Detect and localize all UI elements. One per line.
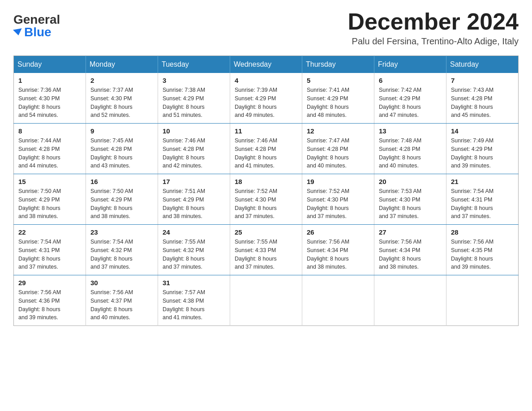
- day-info: Sunrise: 7:46 AM Sunset: 4:28 PM Dayligh…: [163, 137, 225, 170]
- day-info: Sunrise: 7:55 AM Sunset: 4:33 PM Dayligh…: [235, 238, 297, 271]
- calendar-day-cell: 22 Sunrise: 7:54 AM Sunset: 4:31 PM Dayl…: [14, 225, 86, 275]
- calendar-week-row: 15 Sunrise: 7:50 AM Sunset: 4:29 PM Dayl…: [14, 174, 519, 225]
- day-info: Sunrise: 7:56 AM Sunset: 4:34 PM Dayligh…: [307, 238, 369, 271]
- day-number: 21: [451, 178, 514, 185]
- day-number: 5: [307, 77, 369, 84]
- day-info: Sunrise: 7:53 AM Sunset: 4:30 PM Dayligh…: [379, 187, 442, 221]
- calendar-day-cell: 15 Sunrise: 7:50 AM Sunset: 4:29 PM Dayl…: [14, 174, 86, 225]
- calendar-week-row: 22 Sunrise: 7:54 AM Sunset: 4:31 PM Dayl…: [14, 225, 519, 275]
- calendar-day-cell: [374, 275, 446, 326]
- calendar-day-cell: 8 Sunrise: 7:44 AM Sunset: 4:28 PM Dayli…: [14, 124, 86, 174]
- day-number: 22: [18, 228, 81, 236]
- calendar-day-cell: 27 Sunrise: 7:56 AM Sunset: 4:34 PM Dayl…: [374, 225, 446, 275]
- calendar-day-cell: 23 Sunrise: 7:54 AM Sunset: 4:32 PM Dayl…: [86, 225, 158, 275]
- calendar-day-cell: 16 Sunrise: 7:50 AM Sunset: 4:29 PM Dayl…: [86, 174, 158, 225]
- day-number: 14: [451, 127, 514, 135]
- day-info: Sunrise: 7:56 AM Sunset: 4:35 PM Dayligh…: [451, 238, 514, 271]
- col-header-sunday: Sunday: [14, 56, 86, 73]
- logo-blue-text: Blue: [13, 26, 60, 39]
- month-year-title: December 2024: [348, 9, 519, 34]
- col-header-wednesday: Wednesday: [230, 56, 302, 73]
- calendar-day-cell: 5 Sunrise: 7:41 AM Sunset: 4:29 PM Dayli…: [302, 73, 374, 124]
- day-info: Sunrise: 7:39 AM Sunset: 4:29 PM Dayligh…: [235, 86, 297, 120]
- calendar-week-row: 8 Sunrise: 7:44 AM Sunset: 4:28 PM Dayli…: [14, 124, 519, 174]
- day-number: 15: [18, 178, 81, 185]
- day-info: Sunrise: 7:50 AM Sunset: 4:29 PM Dayligh…: [90, 187, 153, 221]
- calendar-day-cell: 28 Sunrise: 7:56 AM Sunset: 4:35 PM Dayl…: [446, 225, 519, 275]
- day-info: Sunrise: 7:50 AM Sunset: 4:29 PM Dayligh…: [18, 187, 81, 221]
- day-info: Sunrise: 7:49 AM Sunset: 4:29 PM Dayligh…: [451, 137, 514, 170]
- day-info: Sunrise: 7:47 AM Sunset: 4:28 PM Dayligh…: [307, 137, 369, 170]
- day-number: 13: [379, 127, 442, 135]
- calendar-day-cell: [230, 275, 302, 326]
- calendar-day-cell: 19 Sunrise: 7:52 AM Sunset: 4:30 PM Dayl…: [302, 174, 374, 225]
- calendar-day-cell: 9 Sunrise: 7:45 AM Sunset: 4:28 PM Dayli…: [86, 124, 158, 174]
- day-number: 19: [307, 178, 369, 185]
- day-number: 8: [18, 127, 81, 135]
- day-info: Sunrise: 7:41 AM Sunset: 4:29 PM Dayligh…: [307, 86, 369, 120]
- calendar-day-cell: 21 Sunrise: 7:54 AM Sunset: 4:31 PM Dayl…: [446, 174, 519, 225]
- day-number: 30: [90, 279, 153, 287]
- page-header: General Blue December 2024 Palu del Fers…: [13, 9, 519, 47]
- calendar-day-cell: 3 Sunrise: 7:38 AM Sunset: 4:29 PM Dayli…: [158, 73, 230, 124]
- calendar-day-cell: 20 Sunrise: 7:53 AM Sunset: 4:30 PM Dayl…: [374, 174, 446, 225]
- day-number: 28: [451, 228, 514, 236]
- day-number: 18: [235, 178, 297, 185]
- day-info: Sunrise: 7:43 AM Sunset: 4:28 PM Dayligh…: [451, 86, 514, 120]
- day-info: Sunrise: 7:42 AM Sunset: 4:29 PM Dayligh…: [379, 86, 442, 120]
- day-number: 23: [90, 228, 153, 236]
- day-number: 3: [163, 77, 225, 84]
- day-info: Sunrise: 7:46 AM Sunset: 4:28 PM Dayligh…: [235, 137, 297, 170]
- calendar-day-cell: 1 Sunrise: 7:36 AM Sunset: 4:30 PM Dayli…: [14, 73, 86, 124]
- calendar-day-cell: 26 Sunrise: 7:56 AM Sunset: 4:34 PM Dayl…: [302, 225, 374, 275]
- day-info: Sunrise: 7:57 AM Sunset: 4:38 PM Dayligh…: [163, 288, 225, 322]
- calendar-day-cell: 11 Sunrise: 7:46 AM Sunset: 4:28 PM Dayl…: [230, 124, 302, 174]
- calendar-day-cell: [446, 275, 519, 326]
- calendar-day-cell: 2 Sunrise: 7:37 AM Sunset: 4:30 PM Dayli…: [86, 73, 158, 124]
- calendar-day-cell: 13 Sunrise: 7:48 AM Sunset: 4:28 PM Dayl…: [374, 124, 446, 174]
- day-number: 24: [163, 228, 225, 236]
- calendar-day-cell: 7 Sunrise: 7:43 AM Sunset: 4:28 PM Dayli…: [446, 73, 519, 124]
- calendar-day-cell: 14 Sunrise: 7:49 AM Sunset: 4:29 PM Dayl…: [446, 124, 519, 174]
- day-info: Sunrise: 7:56 AM Sunset: 4:36 PM Dayligh…: [18, 288, 81, 322]
- calendar-day-cell: 4 Sunrise: 7:39 AM Sunset: 4:29 PM Dayli…: [230, 73, 302, 124]
- calendar-table: SundayMondayTuesdayWednesdayThursdayFrid…: [13, 56, 519, 326]
- day-number: 25: [235, 228, 297, 236]
- day-number: 20: [379, 178, 442, 185]
- calendar-day-cell: [302, 275, 374, 326]
- day-info: Sunrise: 7:37 AM Sunset: 4:30 PM Dayligh…: [90, 86, 153, 120]
- day-info: Sunrise: 7:56 AM Sunset: 4:37 PM Dayligh…: [90, 288, 153, 322]
- day-info: Sunrise: 7:38 AM Sunset: 4:29 PM Dayligh…: [163, 86, 225, 120]
- calendar-week-row: 1 Sunrise: 7:36 AM Sunset: 4:30 PM Dayli…: [14, 73, 519, 124]
- col-header-tuesday: Tuesday: [158, 56, 230, 73]
- day-info: Sunrise: 7:55 AM Sunset: 4:32 PM Dayligh…: [163, 238, 225, 271]
- day-info: Sunrise: 7:51 AM Sunset: 4:29 PM Dayligh…: [163, 187, 225, 221]
- day-number: 1: [18, 77, 81, 84]
- day-info: Sunrise: 7:45 AM Sunset: 4:28 PM Dayligh…: [90, 137, 153, 170]
- calendar-day-cell: 17 Sunrise: 7:51 AM Sunset: 4:29 PM Dayl…: [158, 174, 230, 225]
- col-header-friday: Friday: [374, 56, 446, 73]
- calendar-day-cell: 31 Sunrise: 7:57 AM Sunset: 4:38 PM Dayl…: [158, 275, 230, 326]
- day-info: Sunrise: 7:54 AM Sunset: 4:31 PM Dayligh…: [451, 187, 514, 221]
- col-header-saturday: Saturday: [446, 56, 519, 73]
- calendar-header-row: SundayMondayTuesdayWednesdayThursdayFrid…: [14, 56, 519, 73]
- day-number: 2: [90, 77, 153, 84]
- logo-arrow-icon: [13, 28, 23, 36]
- calendar-day-cell: 6 Sunrise: 7:42 AM Sunset: 4:29 PM Dayli…: [374, 73, 446, 124]
- col-header-thursday: Thursday: [302, 56, 374, 73]
- calendar-day-cell: 29 Sunrise: 7:56 AM Sunset: 4:36 PM Dayl…: [14, 275, 86, 326]
- day-number: 4: [235, 77, 297, 84]
- day-number: 7: [451, 77, 514, 84]
- day-info: Sunrise: 7:44 AM Sunset: 4:28 PM Dayligh…: [18, 137, 81, 170]
- logo: General Blue: [13, 9, 60, 39]
- day-number: 10: [163, 127, 225, 135]
- logo-general-text: General: [13, 13, 60, 26]
- col-header-monday: Monday: [86, 56, 158, 73]
- day-number: 9: [90, 127, 153, 135]
- calendar-day-cell: 24 Sunrise: 7:55 AM Sunset: 4:32 PM Dayl…: [158, 225, 230, 275]
- day-info: Sunrise: 7:52 AM Sunset: 4:30 PM Dayligh…: [307, 187, 369, 221]
- day-number: 27: [379, 228, 442, 236]
- day-info: Sunrise: 7:54 AM Sunset: 4:32 PM Dayligh…: [90, 238, 153, 271]
- calendar-day-cell: 18 Sunrise: 7:52 AM Sunset: 4:30 PM Dayl…: [230, 174, 302, 225]
- day-number: 29: [18, 279, 81, 287]
